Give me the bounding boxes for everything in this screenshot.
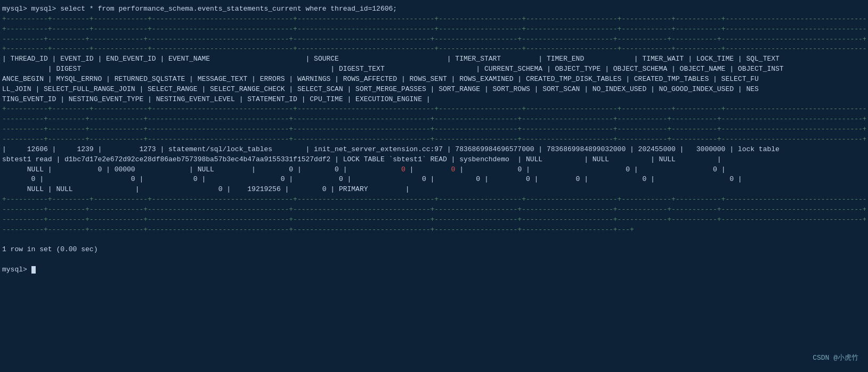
data-row-5: NULL | NULL | 0 | 19219256 | 0 | PRIMARY… — [2, 185, 866, 195]
border-line-3: ----------+---------+-------------+-----… — [2, 35, 866, 45]
prompt-line-2: mysql> — [2, 265, 866, 275]
terminal-window: mysql> mysql> select * from performance_… — [2, 4, 866, 275]
border-line-1: +----------+---------+-------------+----… — [2, 14, 866, 24]
cursor — [31, 266, 36, 274]
border-line-2: +----------+---------+-------------+----… — [2, 24, 866, 35]
data-highlight-1: 0 — [401, 166, 405, 173]
blank-line-1 — [2, 235, 866, 245]
border-line-12: ----------+---------+-------------+-----… — [2, 225, 866, 235]
col-header-4: LL_JOIN | SELECT_FULL_RANGE_JOIN | SELEC… — [2, 85, 866, 95]
data-row-4: 0 | 0 | 0 | 0 | 0 | 0 | 0 | 0 | 0 | 0 | … — [2, 175, 866, 185]
col-header-1: | THREAD_ID | EVENT_ID | END_EVENT_ID | … — [2, 54, 866, 64]
border-line-5: +----------+---------+-------------+----… — [2, 104, 866, 114]
border-line-6: ----------+---------+-------------+-----… — [2, 114, 866, 125]
border-line-7: ----------+---------+-------------+-----… — [2, 125, 866, 135]
col-header-5: TING_EVENT_ID | NESTING_EVENT_TYPE | NES… — [2, 95, 866, 105]
border-line-10: ----------+---------+-------------+-----… — [2, 205, 866, 215]
result-line: 1 row in set (0.00 sec) — [2, 245, 866, 255]
data-row-2: sbtest1 read | d1bc7d17e2e672d92ce28df86… — [2, 155, 866, 165]
data-highlight-2: 0 — [451, 166, 456, 173]
col-header-2: | DIGEST | DIGEST_TEXT | CURRENT_SCHEMA … — [2, 64, 866, 75]
border-line-9: +----------+---------+-------------+----… — [2, 195, 866, 205]
command-line: mysql> mysql> select * from performance_… — [2, 4, 866, 14]
watermark: CSDN @小虎竹 — [813, 353, 858, 362]
prompt: mysql> — [2, 5, 31, 13]
col-header-3: ANCE_BEGIN | MYSQL_ERRNO | RETURNED_SQLS… — [2, 75, 866, 85]
border-line-4: +----------+---------+-------------+----… — [2, 44, 866, 54]
border-line-11: ----------+---------+-------------+-----… — [2, 215, 866, 225]
border-line-8: ----------+---------+-------------+-----… — [2, 135, 866, 145]
data-row-3: NULL | 0 | 00000 | NULL | 0 | 0 | 0 | 0 … — [2, 165, 866, 175]
blank-line-2 — [2, 255, 866, 265]
data-row-1: | 12606 | 1239 | 1273 | statement/sql/lo… — [2, 145, 866, 155]
